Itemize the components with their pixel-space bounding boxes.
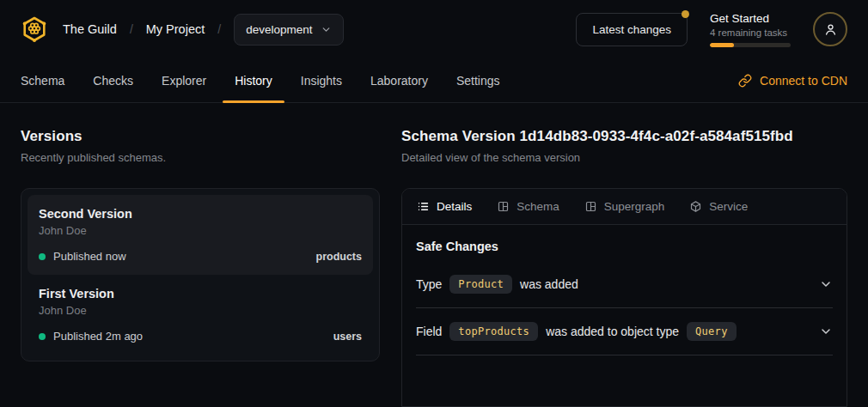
tab-details-label: Details — [437, 200, 472, 213]
schema-version-subtitle: Detailed view of the schema version — [401, 151, 847, 164]
cube-icon — [689, 200, 702, 213]
safe-changes-title: Safe Changes — [416, 240, 833, 253]
user-avatar[interactable] — [813, 12, 847, 46]
get-started-progressbar — [710, 43, 791, 47]
change-row[interactable]: Field topProducts was added to object ty… — [416, 308, 833, 355]
breadcrumb: The Guild / My Project / development — [21, 14, 344, 46]
tab-checks[interactable]: Checks — [93, 58, 133, 102]
list-icon — [417, 200, 430, 213]
chevron-down-icon — [321, 24, 332, 35]
version-list: Second Version John Doe Published now pr… — [21, 188, 380, 361]
tab-explorer[interactable]: Explorer — [162, 58, 206, 102]
schema-version-title: Schema Version 1d14db83-0933-4f4c-a02f-a… — [401, 128, 847, 145]
user-icon — [822, 21, 839, 38]
tab-schema-view[interactable]: Schema — [497, 200, 559, 213]
schema-version-column: Schema Version 1d14db83-0933-4f4c-a02f-a… — [401, 103, 847, 407]
tab-service-label: Service — [709, 200, 748, 213]
published-status-dot — [39, 253, 46, 260]
version-published: Published now — [53, 250, 126, 263]
tab-laboratory[interactable]: Laboratory — [370, 58, 428, 102]
version-list-item[interactable]: First Version John Doe Published 2m ago … — [28, 275, 373, 355]
nav-tabs: Schema Checks Explorer History Insights … — [21, 58, 500, 102]
change-row[interactable]: Type Product was added — [416, 261, 833, 308]
version-name: Second Version — [39, 207, 362, 221]
code-chip: Product — [449, 275, 512, 294]
version-author: John Doe — [39, 224, 362, 237]
columns-icon — [497, 200, 510, 213]
changes-list: Type Product was added Field topProducts — [416, 261, 833, 355]
breadcrumb-project[interactable]: My Project — [146, 22, 205, 36]
target-selector[interactable]: development — [234, 14, 344, 46]
notification-dot — [682, 10, 689, 18]
tab-supergraph-label: Supergraph — [604, 200, 665, 213]
version-service: products — [316, 251, 362, 263]
latest-changes-label: Latest changes — [592, 23, 671, 36]
change-suffix: was added — [520, 277, 578, 291]
detail-tabs: Details Schema Sup — [402, 189, 847, 225]
tab-schema-view-label: Schema — [517, 200, 559, 213]
get-started-widget[interactable]: Get Started 4 remaining tasks — [710, 12, 791, 47]
change-middle: was added to object type — [546, 325, 679, 338]
tab-settings[interactable]: Settings — [456, 58, 500, 102]
connect-to-cdn-label: Connect to CDN — [760, 74, 847, 88]
version-published: Published 2m ago — [53, 330, 143, 343]
tab-details[interactable]: Details — [417, 200, 472, 213]
breadcrumb-org[interactable]: The Guild — [63, 22, 117, 36]
tab-insights[interactable]: Insights — [301, 58, 342, 102]
tab-history[interactable]: History — [235, 58, 272, 102]
app-header: The Guild / My Project / development Lat… — [0, 0, 868, 58]
breadcrumb-separator: / — [130, 22, 133, 36]
connect-to-cdn-link[interactable]: Connect to CDN — [738, 74, 847, 88]
latest-changes-button[interactable]: Latest changes — [576, 13, 688, 46]
versions-subtitle: Recently published schemas. — [21, 151, 380, 164]
versions-title: Versions — [21, 128, 380, 145]
get-started-subtitle: 4 remaining tasks — [710, 27, 791, 38]
change-prefix: Field — [416, 325, 442, 338]
project-navbar: Schema Checks Explorer History Insights … — [0, 58, 868, 103]
code-chip: topProducts — [449, 322, 538, 341]
breadcrumb-separator: / — [217, 22, 221, 36]
schema-version-panel: Details Schema Sup — [401, 188, 847, 407]
get-started-title: Get Started — [710, 12, 791, 25]
main-content: Versions Recently published schemas. Sec… — [0, 103, 868, 407]
tab-service[interactable]: Service — [689, 200, 748, 213]
versions-column: Versions Recently published schemas. Sec… — [21, 103, 380, 407]
detail-panel-body: Safe Changes Type Product was added — [402, 225, 847, 355]
get-started-progress-fill — [710, 43, 734, 47]
columns-icon — [584, 200, 597, 213]
tab-supergraph[interactable]: Supergraph — [584, 200, 665, 213]
hive-logo-icon[interactable] — [21, 15, 48, 43]
code-chip: Query — [687, 322, 737, 341]
link-icon — [738, 74, 752, 88]
chevron-down-icon — [819, 325, 833, 338]
target-selector-value: development — [246, 23, 312, 36]
version-author: John Doe — [39, 304, 362, 317]
change-prefix: Type — [416, 277, 442, 291]
version-list-item[interactable]: Second Version John Doe Published now pr… — [28, 195, 373, 275]
version-name: First Version — [39, 287, 362, 301]
chevron-down-icon — [819, 277, 833, 291]
version-service: users — [333, 331, 362, 343]
published-status-dot — [39, 333, 46, 340]
tab-schema[interactable]: Schema — [21, 58, 64, 102]
